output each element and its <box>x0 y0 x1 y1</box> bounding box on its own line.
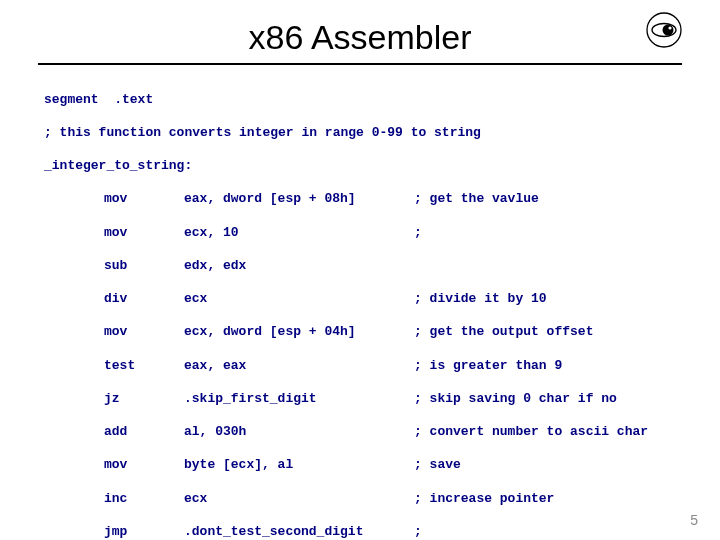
code-line: movbyte [ecx], al; save <box>44 457 720 474</box>
svg-point-3 <box>668 26 671 29</box>
title-bar: x86 Assembler <box>38 0 682 65</box>
code-line: movecx, dword [esp + 04h]; get the outpu… <box>44 324 720 341</box>
code-line: movecx, 10; <box>44 225 720 242</box>
code-comment: ; this function converts integer in rang… <box>44 125 720 142</box>
code-label: _integer_to_string: <box>44 158 720 175</box>
code-line: subedx, edx <box>44 258 720 275</box>
svg-point-2 <box>663 25 674 36</box>
code-line: divecx; divide it by 10 <box>44 291 720 308</box>
code-line: testeax, eax; is greater than 9 <box>44 358 720 375</box>
code-listing: segment .text ; this function converts i… <box>44 75 720 540</box>
code-line: moveax, dword [esp + 08h]; get the vavlu… <box>44 191 720 208</box>
code-line: jmp.dont_test_second_digit; <box>44 524 720 540</box>
code-line: segment .text <box>44 92 720 109</box>
slide-title: x86 Assembler <box>249 18 472 57</box>
eye-logo-icon <box>644 10 684 50</box>
code-line: addal, 030h; convert number to ascii cha… <box>44 424 720 441</box>
page-number: 5 <box>690 512 698 528</box>
code-line: jz.skip_first_digit; skip saving 0 char … <box>44 391 720 408</box>
code-line: incecx; increase pointer <box>44 491 720 508</box>
